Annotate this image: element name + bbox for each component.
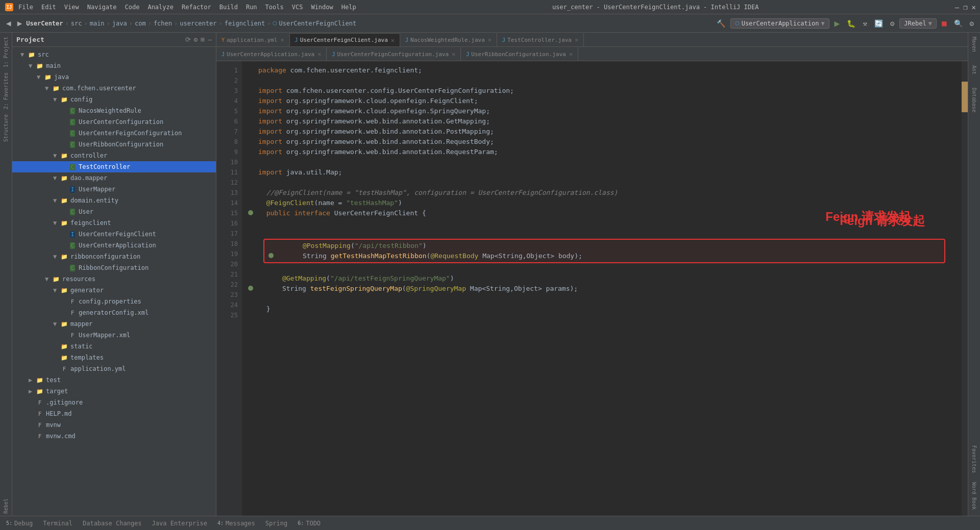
tree-item-src[interactable]: ▼ 📁 src <box>12 49 216 60</box>
left-tool-project[interactable]: 1: Project <box>2 35 10 69</box>
tree-item-UserMapper[interactable]: I UserMapper <box>12 184 216 195</box>
menu-item-tools[interactable]: Tools <box>265 4 284 11</box>
window-controls[interactable]: — ❐ ✕ <box>955 3 976 11</box>
tab-close-btn[interactable]: ✕ <box>488 36 492 43</box>
run-gutter-icon[interactable] <box>268 253 274 258</box>
settings-btn[interactable]: ⚙ <box>888 18 896 29</box>
right-tool-maven[interactable]: Maven <box>970 35 978 54</box>
left-tool-rebel[interactable]: Rebel <box>2 496 10 516</box>
build-project-btn[interactable]: ⚒ <box>861 18 869 29</box>
run-gutter-icon[interactable] <box>248 286 253 291</box>
debug-btn[interactable]: 🐛 <box>845 18 857 29</box>
tree-item-test[interactable]: ▶ 📁 test <box>12 374 216 386</box>
crumb-usercenter[interactable]: usercenter <box>180 20 216 27</box>
tree-item-generator[interactable]: ▼ 📁 generator <box>12 285 216 296</box>
bottom-tool-spring[interactable]: Spring <box>261 519 291 528</box>
tree-item-main[interactable]: ▼ 📁 main <box>12 60 216 71</box>
tree-item-NacosWeightedRule[interactable]: C NacosWeightedRule <box>12 105 216 116</box>
bottom-tool-messages[interactable]: 4:Messages <box>213 519 259 528</box>
maximize-btn[interactable]: ❐ <box>963 3 967 11</box>
tree-item-controller[interactable]: ▼ 📁 controller <box>12 150 216 161</box>
tree-item-generatorConfig_xml[interactable]: F generatorConfig.xml <box>12 307 216 318</box>
tree-item-UserCenterFeignClient[interactable]: I UserCenterFeignClient <box>12 229 216 240</box>
crumb-main[interactable]: main <box>90 20 105 27</box>
tree-item-mvnw_cmd[interactable]: F mvnw.cmd <box>12 431 216 442</box>
expand-btn[interactable]: ⊞ <box>201 36 205 43</box>
tree-item-mvnw[interactable]: F mvnw <box>12 419 216 431</box>
right-tool-ant[interactable]: Ant <box>970 63 978 77</box>
tab-NacosWeightedRule_java[interactable]: J NacosWeightedRule.java ✕ <box>400 33 497 46</box>
tree-item-UserMapper_xml[interactable]: F UserMapper.xml <box>12 330 216 341</box>
menu-item-help[interactable]: Help <box>341 4 356 11</box>
tab-close-btn[interactable]: ✕ <box>280 36 284 43</box>
tree-item-com_fchen_usercenter[interactable]: ▼ 📁 com.fchen.usercenter <box>12 83 216 94</box>
tab-close-btn[interactable]: ✕ <box>317 51 321 58</box>
tree-item-templates[interactable]: 📁 templates <box>12 352 216 363</box>
tree-item-domain_entity[interactable]: ▼ 📁 domain.entity <box>12 195 216 206</box>
menu-item-build[interactable]: Build <box>219 4 238 11</box>
menu-item-run[interactable]: Run <box>246 4 257 11</box>
crumb-java[interactable]: java <box>112 20 127 27</box>
tree-item-UserCenterConfiguration[interactable]: C UserCenterConfiguration <box>12 116 216 128</box>
tree-item-static[interactable]: 📁 static <box>12 341 216 352</box>
right-tool-database[interactable]: Database <box>970 86 978 114</box>
tree-item-config[interactable]: ▼ 📁 config <box>12 94 216 105</box>
tab-application_yml[interactable]: Y application.yml ✕ <box>216 33 290 46</box>
tree-item-User[interactable]: C User <box>12 206 216 217</box>
build-btn[interactable]: 🔨 <box>715 18 727 29</box>
tree-item-application_yml[interactable]: F application.yml <box>12 363 216 374</box>
tree-item-RibbonConfiguration[interactable]: C RibbonConfiguration <box>12 262 216 273</box>
tab-close-btn[interactable]: ✕ <box>452 51 455 58</box>
tree-item-_gitignore[interactable]: F .gitignore <box>12 397 216 408</box>
collapse-btn[interactable]: — <box>208 36 212 43</box>
bottom-tool-database_changes[interactable]: Database Changes <box>79 519 146 528</box>
menu-item-code[interactable]: Code <box>125 4 140 11</box>
jrebel-config[interactable]: JRebel ▼ <box>899 18 937 29</box>
crumb-src[interactable]: src <box>71 20 82 27</box>
tab-UserCenterApplication_java[interactable]: J UserCenterApplication.java ✕ <box>216 47 327 61</box>
tree-item-java[interactable]: ▼ 📁 java <box>12 71 216 83</box>
sync-btn[interactable]: ⟳ <box>185 36 191 43</box>
menu-item-vcs[interactable]: VCS <box>292 4 303 11</box>
tree-item-UserRibbonConfiguration[interactable]: C UserRibbonConfiguration <box>12 139 216 150</box>
crumb-file[interactable]: ⬡ UserCenterFeignClient <box>273 20 356 27</box>
tree-item-target[interactable]: ▶ 📁 target <box>12 386 216 397</box>
bottom-tool-debug[interactable]: 5:Debug <box>2 519 37 528</box>
minimize-btn[interactable]: — <box>955 3 959 11</box>
tree-item-HELP_md[interactable]: F HELP.md <box>12 408 216 419</box>
back-btn[interactable]: ◀ <box>4 17 13 29</box>
tree-item-config_properties[interactable]: F config.properties <box>12 296 216 307</box>
code-editor[interactable]: package com.fchen.usercenter.feignclient… <box>242 61 962 516</box>
tree-item-resources[interactable]: ▼ 📁 resources <box>12 273 216 285</box>
menu-item-edit[interactable]: Edit <box>41 4 56 11</box>
crumb-fchen[interactable]: fchen <box>154 20 172 27</box>
tab-close-btn[interactable]: ✕ <box>569 51 573 58</box>
forward-btn[interactable]: ▶ <box>15 17 24 29</box>
tab-UserRibbonConfiguration_java[interactable]: J UserRibbonConfiguration.java ✕ <box>461 47 578 61</box>
stop-btn[interactable]: ■ <box>940 17 949 29</box>
tab-close-btn[interactable]: ✕ <box>391 37 395 44</box>
menu-item-window[interactable]: Window <box>311 4 333 11</box>
editor-scrollbar[interactable] <box>962 61 968 516</box>
bottom-tool-todo[interactable]: 6:TODO <box>293 519 325 528</box>
run-config-selector[interactable]: ⬡ UserCenterApplication ▼ <box>730 18 829 29</box>
right-tool-favorites[interactable]: Favorites <box>970 443 978 475</box>
rebuild-btn[interactable]: 🔄 <box>872 18 885 29</box>
tree-item-mapper[interactable]: ▼ 📁 mapper <box>12 318 216 330</box>
project-root[interactable]: UserCenter <box>26 20 63 27</box>
menu-item-refactor[interactable]: Refactor <box>182 4 211 11</box>
tree-item-feignclient[interactable]: ▼ 📁 feignclient <box>12 217 216 229</box>
gear-icon[interactable]: ⚙ <box>194 36 198 43</box>
tree-item-UserCenterFeignConfiguration[interactable]: C UserCenterFeignConfiguration <box>12 128 216 139</box>
menu-bar[interactable]: FileEditViewNavigateCodeAnalyzeRefactorB… <box>18 4 356 11</box>
bottom-tool-terminal[interactable]: Terminal <box>39 519 77 528</box>
right-tool-wordbook[interactable]: Word Book <box>970 480 978 512</box>
menu-item-view[interactable]: View <box>64 4 79 11</box>
crumb-feignclient[interactable]: feignclient <box>225 20 265 27</box>
tab-TestController_java[interactable]: J TestController.java ✕ <box>497 33 584 46</box>
tab-UserCenterFeignClient_java[interactable]: J UserCenterFeignClient.java ✕ <box>290 33 400 46</box>
tree-item-TestController[interactable]: C TestController <box>12 161 216 172</box>
tree-item-ribbonconfiguration[interactable]: ▼ 📁 ribbonconfiguration <box>12 251 216 262</box>
menu-item-file[interactable]: File <box>18 4 33 11</box>
tree-item-dao_mapper[interactable]: ▼ 📁 dao.mapper <box>12 172 216 184</box>
